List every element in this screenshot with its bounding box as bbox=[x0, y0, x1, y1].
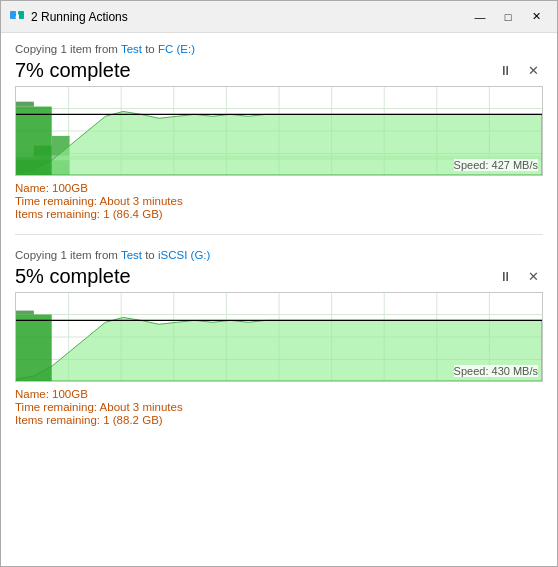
svg-rect-39 bbox=[16, 311, 34, 315]
speed-label-1: Speed: 427 MB/s bbox=[454, 159, 538, 171]
title-bar-controls: — □ ✕ bbox=[467, 8, 549, 26]
copy-from-link-2[interactable]: Test bbox=[121, 249, 142, 261]
percent-label-1: 7% complete bbox=[15, 59, 131, 82]
speed-graph-1: Speed: 427 MB/s bbox=[15, 86, 543, 176]
pause-icon-2: ⏸ bbox=[499, 269, 512, 284]
name-label-2: Name: 100GB bbox=[15, 388, 543, 400]
copy-prefix-2: Copying 1 item from bbox=[15, 249, 121, 261]
copy-from-link-1[interactable]: Test bbox=[121, 43, 142, 55]
action-controls-2: ⏸ ✕ bbox=[495, 269, 543, 284]
speed-label-2: Speed: 430 MB/s bbox=[454, 365, 538, 377]
meta-info-1: Name: 100GB Time remaining: About 3 minu… bbox=[15, 182, 543, 220]
action-controls-1: ⏸ ✕ bbox=[495, 63, 543, 78]
items-label-2: Items remaining: 1 (88.2 GB) bbox=[15, 414, 543, 426]
copy-label-1: Copying 1 item from Test to FC (E:) bbox=[15, 43, 543, 55]
divider bbox=[15, 234, 543, 235]
percent-label-2: 5% complete bbox=[15, 265, 131, 288]
window-content: Copying 1 item from Test to FC (E:) 7% c… bbox=[1, 33, 557, 566]
progress-header-2: 5% complete ⏸ ✕ bbox=[15, 265, 543, 288]
title-bar: 2 Running Actions — □ ✕ bbox=[1, 1, 557, 33]
svg-rect-38 bbox=[16, 315, 52, 381]
speed-graph-2: Speed: 430 MB/s bbox=[15, 292, 543, 382]
copy-label-2: Copying 1 item from Test to iSCSI (G:) bbox=[15, 249, 543, 261]
time-label-2: Time remaining: About 3 minutes bbox=[15, 401, 543, 413]
copy-middle-2: to bbox=[142, 249, 158, 261]
svg-rect-21 bbox=[16, 107, 52, 175]
action-block-2: Copying 1 item from Test to iSCSI (G:) 5… bbox=[15, 249, 543, 426]
copy-middle-1: to bbox=[142, 43, 158, 55]
time-label-1: Time remaining: About 3 minutes bbox=[15, 195, 543, 207]
window-icon bbox=[9, 9, 25, 25]
items-label-1: Items remaining: 1 (86.4 GB) bbox=[15, 208, 543, 220]
window-title: 2 Running Actions bbox=[31, 10, 467, 24]
window-close-button[interactable]: ✕ bbox=[523, 8, 549, 26]
svg-rect-22 bbox=[16, 102, 34, 107]
close-icon-1: ✕ bbox=[528, 63, 539, 78]
close-icon-2: ✕ bbox=[528, 269, 539, 284]
close-button-2[interactable]: ✕ bbox=[524, 269, 543, 284]
main-window: 2 Running Actions — □ ✕ Copying 1 item f… bbox=[0, 0, 558, 567]
minimize-button[interactable]: — bbox=[467, 8, 493, 26]
copy-prefix-1: Copying 1 item from bbox=[15, 43, 121, 55]
copy-to-link-1[interactable]: FC (E:) bbox=[158, 43, 195, 55]
pause-icon-1: ⏸ bbox=[499, 63, 512, 78]
pause-button-2[interactable]: ⏸ bbox=[495, 269, 516, 284]
progress-header-1: 7% complete ⏸ ✕ bbox=[15, 59, 543, 82]
maximize-button[interactable]: □ bbox=[495, 8, 521, 26]
svg-rect-0 bbox=[10, 11, 16, 19]
name-label-1: Name: 100GB bbox=[15, 182, 543, 194]
close-button-1[interactable]: ✕ bbox=[524, 63, 543, 78]
pause-button-1[interactable]: ⏸ bbox=[495, 63, 516, 78]
meta-info-2: Name: 100GB Time remaining: About 3 minu… bbox=[15, 388, 543, 426]
copy-to-link-2[interactable]: iSCSI (G:) bbox=[158, 249, 210, 261]
action-block-1: Copying 1 item from Test to FC (E:) 7% c… bbox=[15, 43, 543, 220]
